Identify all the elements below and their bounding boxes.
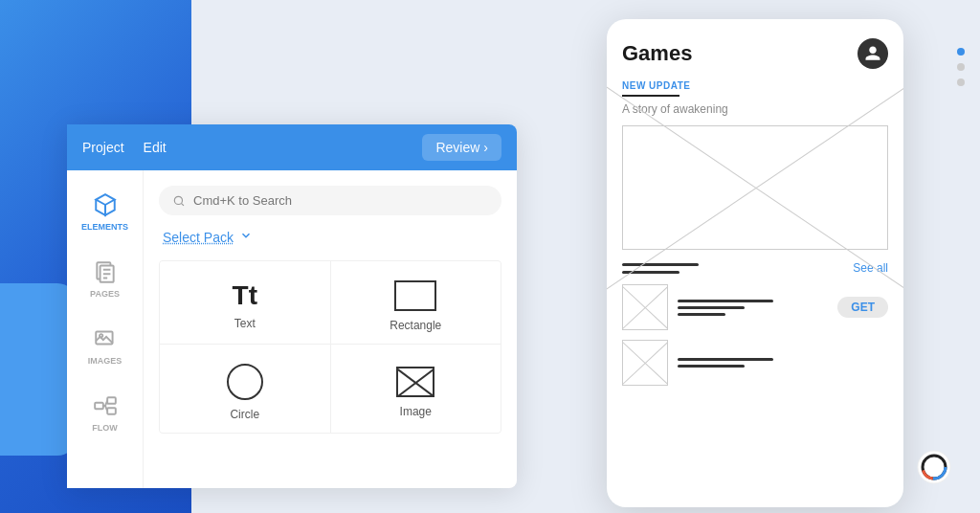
dot-1[interactable] [957, 48, 965, 56]
phone-title: Games [622, 41, 692, 66]
phone-preview: Games NEW UPDATE A story of awakening Se… [607, 19, 903, 507]
review-label: Review [435, 140, 479, 155]
see-all-lines [622, 263, 699, 274]
svg-rect-5 [107, 397, 116, 404]
app-line-5 [678, 365, 745, 368]
text-label: Text [234, 317, 256, 330]
dots-navigation [957, 48, 965, 86]
select-pack-row[interactable]: Select Pack [159, 229, 501, 245]
circle-label: Circle [230, 408, 259, 421]
review-chevron: › [483, 140, 488, 155]
images-icon [92, 325, 119, 352]
project-menu[interactable]: Project [82, 140, 124, 155]
chevron-down-icon [239, 229, 253, 245]
rectangle-icon [394, 280, 436, 311]
app-thumbnail-2 [622, 340, 668, 386]
element-rectangle[interactable]: Rectangle [331, 261, 501, 344]
svg-point-7 [174, 196, 182, 204]
app-row-2 [622, 340, 888, 386]
sidebar-item-images[interactable]: IMAGES [67, 312, 143, 379]
svg-rect-6 [107, 408, 116, 414]
editor-panel: Project Edit Review › ELEMENTS [67, 124, 517, 488]
brand-logo [917, 450, 951, 484]
select-pack-label[interactable]: Select Pack [163, 230, 234, 245]
blue-accent-shape [0, 283, 77, 456]
update-subtitle: A story of awakening [622, 102, 888, 116]
elements-label: ELEMENTS [81, 222, 128, 232]
app-line-4 [678, 358, 773, 361]
app-info-2 [678, 358, 888, 368]
elements-grid: Tt Text Rectangle Circle Image [159, 260, 501, 434]
new-update-badge: NEW UPDATE [622, 80, 888, 91]
elements-panel: Select Pack Tt Text Rectangle [144, 170, 517, 488]
sidebar-item-elements[interactable]: ELEMENTS [67, 178, 143, 245]
get-button-1[interactable]: GET [837, 297, 888, 318]
inner-sidebar: ELEMENTS PAGES [67, 170, 144, 488]
sidebar-item-pages[interactable]: PAGES [67, 245, 143, 312]
text-type-icon: Tt [233, 282, 257, 309]
search-icon [172, 194, 186, 208]
see-all-row: See all [622, 261, 888, 275]
edit-menu[interactable]: Edit [144, 140, 167, 155]
app-line-2 [678, 306, 745, 309]
image-placeholder-icon [396, 367, 434, 397]
svg-rect-4 [95, 403, 103, 410]
app-thumbnail-1 [622, 284, 668, 330]
flow-label: FLOW [92, 423, 118, 433]
circle-icon [227, 364, 263, 400]
element-text[interactable]: Tt Text [160, 261, 330, 344]
element-circle[interactable]: Circle [160, 345, 330, 433]
app-info-1 [678, 300, 828, 316]
review-button[interactable]: Review › [422, 134, 501, 161]
app-row-1: GET [622, 284, 888, 330]
rectangle-label: Rectangle [390, 319, 441, 332]
images-label: IMAGES [88, 356, 122, 366]
app-line-1 [678, 300, 773, 302]
dot-2[interactable] [957, 63, 965, 71]
element-image[interactable]: Image [331, 345, 501, 433]
sidebar-item-flow[interactable]: FLOW [67, 379, 143, 446]
cube-icon [92, 191, 119, 218]
app-line-3 [678, 313, 725, 316]
image-label: Image [400, 405, 432, 418]
wireframe-image-large [622, 125, 888, 250]
menu-bar-left: Project Edit [82, 140, 422, 155]
phone-header: Games [622, 38, 888, 69]
menu-bar: Project Edit Review › [67, 124, 517, 170]
pages-icon [92, 258, 119, 285]
flow-icon [92, 392, 119, 419]
search-input[interactable] [193, 193, 488, 208]
update-divider [622, 95, 679, 97]
line-1 [622, 263, 699, 266]
avatar-icon [858, 38, 888, 69]
search-bar[interactable] [159, 186, 501, 215]
pages-label: PAGES [90, 289, 120, 299]
panel-content: ELEMENTS PAGES [67, 170, 517, 488]
dot-3[interactable] [957, 78, 965, 86]
